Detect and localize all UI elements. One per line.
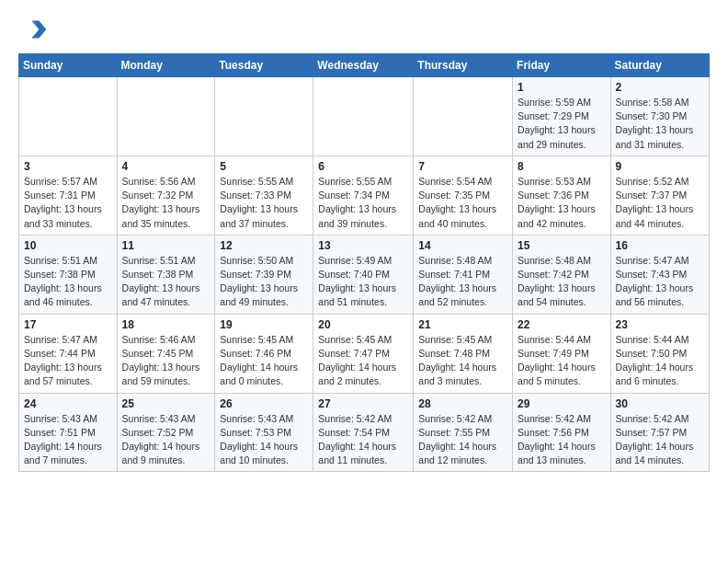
calendar-cell: 5Sunrise: 5:55 AM Sunset: 7:33 PM Daylig…	[215, 155, 313, 235]
calendar-cell: 16Sunrise: 5:47 AM Sunset: 7:43 PM Dayli…	[610, 235, 709, 314]
calendar-table: SundayMondayTuesdayWednesdayThursdayFrid…	[18, 53, 710, 472]
calendar-cell: 28Sunrise: 5:42 AM Sunset: 7:55 PM Dayli…	[414, 393, 513, 472]
calendar-cell: 27Sunrise: 5:42 AM Sunset: 7:54 PM Dayli…	[313, 393, 414, 472]
calendar-header-row: SundayMondayTuesdayWednesdayThursdayFrid…	[19, 54, 710, 77]
day-number: 14	[418, 239, 507, 252]
calendar-cell: 4Sunrise: 5:56 AM Sunset: 7:32 PM Daylig…	[117, 155, 215, 235]
day-detail: Sunrise: 5:51 AM Sunset: 7:38 PM Dayligh…	[24, 254, 112, 310]
day-number: 18	[122, 318, 210, 331]
day-number: 21	[418, 318, 507, 331]
calendar-week-row: 24Sunrise: 5:43 AM Sunset: 7:51 PM Dayli…	[19, 393, 710, 472]
calendar-cell: 14Sunrise: 5:48 AM Sunset: 7:41 PM Dayli…	[414, 235, 513, 314]
calendar-cell: 12Sunrise: 5:50 AM Sunset: 7:39 PM Dayli…	[215, 235, 313, 314]
calendar-weekday-thursday: Thursday	[414, 54, 513, 77]
calendar-cell: 30Sunrise: 5:42 AM Sunset: 7:57 PM Dayli…	[610, 393, 709, 472]
day-number: 28	[418, 397, 507, 410]
calendar-cell: 29Sunrise: 5:42 AM Sunset: 7:56 PM Dayli…	[513, 393, 611, 472]
day-number: 29	[518, 397, 606, 410]
calendar-cell: 6Sunrise: 5:55 AM Sunset: 7:34 PM Daylig…	[313, 155, 414, 235]
day-number: 7	[418, 160, 507, 173]
page: SundayMondayTuesdayWednesdayThursdayFrid…	[0, 0, 728, 487]
day-detail: Sunrise: 5:45 AM Sunset: 7:46 PM Dayligh…	[220, 333, 308, 389]
day-number: 3	[24, 160, 112, 173]
calendar-cell: 3Sunrise: 5:57 AM Sunset: 7:31 PM Daylig…	[19, 155, 118, 235]
day-detail: Sunrise: 5:45 AM Sunset: 7:47 PM Dayligh…	[318, 333, 408, 389]
day-number: 23	[616, 318, 704, 331]
day-number: 16	[616, 239, 704, 252]
calendar-cell	[215, 77, 313, 156]
day-detail: Sunrise: 5:47 AM Sunset: 7:44 PM Dayligh…	[24, 333, 112, 389]
calendar-cell: 24Sunrise: 5:43 AM Sunset: 7:51 PM Dayli…	[19, 393, 118, 472]
day-detail: Sunrise: 5:55 AM Sunset: 7:34 PM Dayligh…	[318, 175, 408, 231]
day-detail: Sunrise: 5:44 AM Sunset: 7:50 PM Dayligh…	[616, 333, 704, 389]
day-number: 10	[24, 239, 112, 252]
header	[18, 15, 710, 44]
day-number: 30	[616, 397, 704, 410]
calendar-cell	[117, 77, 215, 156]
day-detail: Sunrise: 5:54 AM Sunset: 7:35 PM Dayligh…	[418, 175, 507, 231]
calendar-weekday-wednesday: Wednesday	[313, 54, 414, 77]
day-detail: Sunrise: 5:50 AM Sunset: 7:39 PM Dayligh…	[220, 254, 308, 310]
calendar-cell: 8Sunrise: 5:53 AM Sunset: 7:36 PM Daylig…	[513, 155, 611, 235]
day-number: 17	[24, 318, 112, 331]
calendar-cell: 2Sunrise: 5:58 AM Sunset: 7:30 PM Daylig…	[610, 77, 709, 156]
day-detail: Sunrise: 5:53 AM Sunset: 7:36 PM Dayligh…	[518, 175, 606, 231]
day-number: 5	[220, 160, 308, 173]
day-detail: Sunrise: 5:43 AM Sunset: 7:53 PM Dayligh…	[220, 412, 308, 468]
day-number: 25	[122, 397, 210, 410]
day-detail: Sunrise: 5:56 AM Sunset: 7:32 PM Dayligh…	[122, 175, 210, 231]
day-number: 27	[318, 397, 408, 410]
calendar-cell: 11Sunrise: 5:51 AM Sunset: 7:38 PM Dayli…	[117, 235, 215, 314]
calendar-cell	[414, 77, 513, 156]
day-number: 22	[518, 318, 606, 331]
day-number: 6	[318, 160, 408, 173]
calendar-cell: 10Sunrise: 5:51 AM Sunset: 7:38 PM Dayli…	[19, 235, 118, 314]
calendar-week-row: 3Sunrise: 5:57 AM Sunset: 7:31 PM Daylig…	[19, 155, 710, 235]
calendar-weekday-tuesday: Tuesday	[215, 54, 313, 77]
calendar-cell: 20Sunrise: 5:45 AM Sunset: 7:47 PM Dayli…	[313, 314, 414, 393]
calendar-cell: 23Sunrise: 5:44 AM Sunset: 7:50 PM Dayli…	[610, 314, 709, 393]
day-number: 26	[220, 397, 308, 410]
day-detail: Sunrise: 5:57 AM Sunset: 7:31 PM Dayligh…	[24, 175, 112, 231]
calendar-week-row: 10Sunrise: 5:51 AM Sunset: 7:38 PM Dayli…	[19, 235, 710, 314]
calendar-cell	[19, 77, 118, 156]
day-detail: Sunrise: 5:42 AM Sunset: 7:57 PM Dayligh…	[616, 412, 704, 468]
day-detail: Sunrise: 5:55 AM Sunset: 7:33 PM Dayligh…	[220, 175, 308, 231]
day-number: 1	[518, 81, 606, 94]
day-detail: Sunrise: 5:46 AM Sunset: 7:45 PM Dayligh…	[122, 333, 210, 389]
day-detail: Sunrise: 5:43 AM Sunset: 7:52 PM Dayligh…	[122, 412, 210, 468]
calendar-weekday-saturday: Saturday	[610, 54, 709, 77]
day-detail: Sunrise: 5:49 AM Sunset: 7:40 PM Dayligh…	[318, 254, 408, 310]
day-detail: Sunrise: 5:44 AM Sunset: 7:49 PM Dayligh…	[518, 333, 606, 389]
day-number: 9	[616, 160, 704, 173]
calendar-cell: 7Sunrise: 5:54 AM Sunset: 7:35 PM Daylig…	[414, 155, 513, 235]
calendar-week-row: 17Sunrise: 5:47 AM Sunset: 7:44 PM Dayli…	[19, 314, 710, 393]
day-number: 12	[220, 239, 308, 252]
calendar-cell: 22Sunrise: 5:44 AM Sunset: 7:49 PM Dayli…	[513, 314, 611, 393]
calendar-cell: 21Sunrise: 5:45 AM Sunset: 7:48 PM Dayli…	[414, 314, 513, 393]
calendar-cell: 26Sunrise: 5:43 AM Sunset: 7:53 PM Dayli…	[215, 393, 313, 472]
day-number: 2	[616, 81, 704, 94]
day-number: 19	[220, 318, 308, 331]
calendar-cell: 15Sunrise: 5:48 AM Sunset: 7:42 PM Dayli…	[513, 235, 611, 314]
calendar-cell: 18Sunrise: 5:46 AM Sunset: 7:45 PM Dayli…	[117, 314, 215, 393]
calendar-weekday-sunday: Sunday	[19, 54, 118, 77]
day-detail: Sunrise: 5:58 AM Sunset: 7:30 PM Dayligh…	[616, 96, 704, 152]
calendar-weekday-monday: Monday	[117, 54, 215, 77]
calendar-cell: 13Sunrise: 5:49 AM Sunset: 7:40 PM Dayli…	[313, 235, 414, 314]
calendar-week-row: 1Sunrise: 5:59 AM Sunset: 7:29 PM Daylig…	[19, 77, 710, 156]
day-number: 20	[318, 318, 408, 331]
logo-icon	[18, 15, 48, 44]
day-detail: Sunrise: 5:42 AM Sunset: 7:54 PM Dayligh…	[318, 412, 408, 468]
day-detail: Sunrise: 5:51 AM Sunset: 7:38 PM Dayligh…	[122, 254, 210, 310]
calendar-cell	[313, 77, 414, 156]
day-number: 8	[518, 160, 606, 173]
day-number: 11	[122, 239, 210, 252]
day-number: 15	[518, 239, 606, 252]
day-detail: Sunrise: 5:45 AM Sunset: 7:48 PM Dayligh…	[418, 333, 507, 389]
day-detail: Sunrise: 5:47 AM Sunset: 7:43 PM Dayligh…	[616, 254, 704, 310]
day-detail: Sunrise: 5:52 AM Sunset: 7:37 PM Dayligh…	[616, 175, 704, 231]
day-number: 4	[122, 160, 210, 173]
day-number: 24	[24, 397, 112, 410]
day-detail: Sunrise: 5:42 AM Sunset: 7:56 PM Dayligh…	[518, 412, 606, 468]
